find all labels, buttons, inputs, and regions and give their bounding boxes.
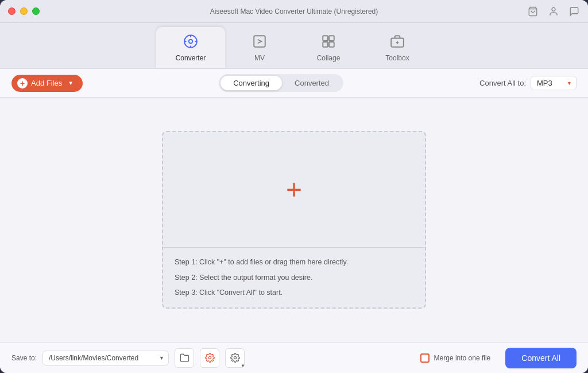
merge-checkbox[interactable] xyxy=(420,353,430,363)
app-window: Aiseesoft Mac Video Converter Ultimate (… xyxy=(0,0,588,373)
traffic-lights xyxy=(8,7,40,15)
converter-icon xyxy=(183,34,198,51)
format-select[interactable]: MP3 xyxy=(531,76,577,90)
nav-tab-converter[interactable]: Converter xyxy=(156,27,225,68)
step2-text: Step 2: Select the output format you des… xyxy=(175,272,413,283)
save-path-select[interactable]: /Users/link/Movies/Converted xyxy=(42,351,169,366)
minimize-button[interactable] xyxy=(20,7,28,15)
add-files-dropdown-arrow[interactable]: ▼ xyxy=(68,80,74,86)
close-button[interactable] xyxy=(8,7,16,15)
drop-instructions: Step 1: Click "+" to add files or drag t… xyxy=(163,247,425,307)
settings-red-button[interactable] xyxy=(200,348,219,368)
step3-text: Step 3: Click "Convert All" to start. xyxy=(175,287,413,298)
converted-tab[interactable]: Converted xyxy=(282,76,342,90)
main-content: + Step 1: Click "+" to add files or drag… xyxy=(0,98,588,342)
browse-folder-button[interactable] xyxy=(175,348,194,368)
window-title: Aiseesoft Mac Video Converter Ultimate (… xyxy=(210,7,378,16)
svg-point-1 xyxy=(552,7,555,11)
svg-rect-9 xyxy=(323,36,328,41)
convert-all-button[interactable]: Convert All xyxy=(505,348,577,368)
status-tabs: Converting Converted xyxy=(219,74,343,92)
drop-area: + Step 1: Click "+" to add files or drag… xyxy=(162,131,426,309)
save-to-label: Save to: xyxy=(11,354,37,362)
chat-icon[interactable] xyxy=(568,6,580,17)
convert-all-to-label: Convert All to: xyxy=(479,79,526,87)
convert-all-to-section: Convert All to: MP3 xyxy=(479,76,577,90)
footer: Save to: /Users/link/Movies/Converted ▼ xyxy=(0,342,588,373)
nav-tab-toolbox[interactable]: Toolbox xyxy=(363,27,432,68)
toolbox-icon xyxy=(390,34,405,51)
converter-tab-label: Converter xyxy=(176,54,206,62)
svg-rect-11 xyxy=(323,42,328,47)
collage-icon xyxy=(321,34,336,51)
nav-tab-collage[interactable]: Collage xyxy=(294,27,363,68)
svg-rect-10 xyxy=(329,36,334,41)
toolbar: + Add Files ▼ Converting Converted Conve… xyxy=(0,69,588,98)
save-path-wrapper: /Users/link/Movies/Converted xyxy=(42,351,169,366)
svg-rect-12 xyxy=(329,42,334,47)
merge-section: Merge into one file xyxy=(420,353,491,363)
mv-icon xyxy=(252,34,267,51)
preferences-button[interactable]: ▼ xyxy=(225,348,245,368)
toolbox-tab-label: Toolbox xyxy=(385,54,409,62)
nav-tabs: Converter MV xyxy=(156,27,432,68)
converting-tab[interactable]: Converting xyxy=(220,76,282,90)
svg-point-17 xyxy=(234,356,236,359)
step1-text: Step 1: Click "+" to add files or drag t… xyxy=(175,257,413,268)
svg-rect-8 xyxy=(254,36,265,47)
collage-tab-label: Collage xyxy=(317,54,341,62)
user-icon[interactable] xyxy=(548,6,559,17)
add-files-button[interactable]: + Add Files ▼ xyxy=(11,75,83,92)
nav-bar: Converter MV xyxy=(0,23,588,69)
drop-plus-icon: + xyxy=(286,176,302,203)
cart-icon[interactable] xyxy=(527,6,539,17)
mv-tab-label: MV xyxy=(254,54,265,62)
add-files-label: Add Files xyxy=(31,79,62,87)
svg-point-16 xyxy=(208,356,211,359)
drop-zone[interactable]: + xyxy=(163,132,425,247)
add-plus-icon: + xyxy=(17,78,28,89)
title-bar-actions xyxy=(527,6,580,17)
title-bar: Aiseesoft Mac Video Converter Ultimate (… xyxy=(0,0,588,23)
format-select-wrapper: MP3 xyxy=(531,76,577,90)
svg-point-3 xyxy=(189,39,193,43)
merge-label: Merge into one file xyxy=(434,354,491,362)
nav-tab-mv[interactable]: MV xyxy=(225,27,294,68)
maximize-button[interactable] xyxy=(32,7,40,15)
